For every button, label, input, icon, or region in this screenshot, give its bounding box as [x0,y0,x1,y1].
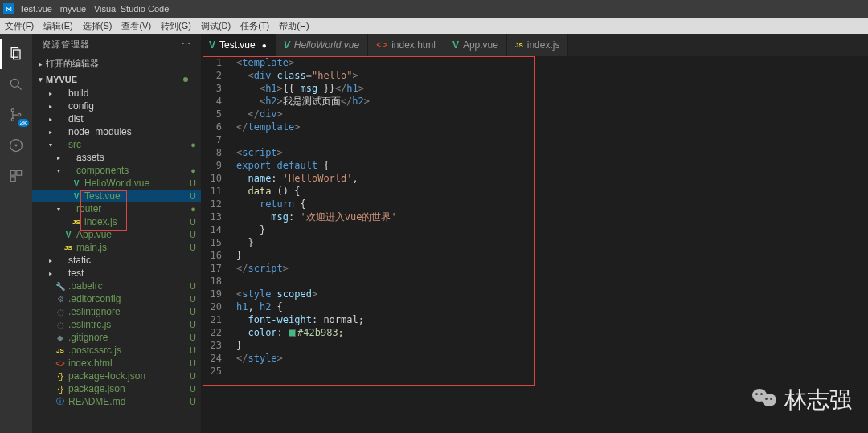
twistie-icon: ▾ [55,167,63,174]
code-line[interactable]: <template> [236,56,868,69]
tree-item[interactable]: ▸test [32,267,201,280]
code-line[interactable]: } [236,249,868,262]
twistie-icon: ▾ [55,206,63,213]
tree-item-label: package.json [68,383,125,394]
tree-item[interactable]: JSmain.jsU [32,241,201,254]
git-status-badge: ● [190,165,196,175]
tree-item[interactable]: ▸config [32,100,201,112]
tree-item[interactable]: ⚙.editorconfigU [32,292,201,305]
tree-item[interactable]: 🔧.babelrcU [32,280,201,292]
vue-file-icon: V [452,39,459,51]
scm-badge: 2k [18,119,29,127]
code-line[interactable]: </template> [236,121,868,133]
git-status-badge: U [190,294,196,304]
tree-item[interactable]: VHelloWorld.vueU [32,177,201,190]
tree-item[interactable]: {}package.jsonU [32,382,201,395]
section-open-editors[interactable]: ▸打开的编辑器 [32,55,201,72]
activity-explorer[interactable] [0,39,32,69]
svg-rect-0 [11,48,18,58]
activity-scm[interactable]: 2k [0,100,32,130]
tree-item[interactable]: ▸assets [32,151,201,164]
editor-tab[interactable]: VHelloWorld.vue [276,34,368,56]
tree-item[interactable]: <>index.htmlU [32,357,201,370]
code-line[interactable]: name: 'HelloWorld', [236,172,868,185]
html-file-icon: <> [376,39,387,51]
code-line[interactable]: <h2>我是测试页面</h2> [236,95,868,108]
line-number: 16 [201,249,222,262]
twistie-icon: ▸ [47,116,55,123]
tree-item[interactable]: {}package-lock.jsonU [32,370,201,382]
menu-item[interactable]: 查看(V) [117,18,156,34]
code-line[interactable]: </script> [236,262,868,275]
wechat-icon [749,389,778,411]
tab-label: App.vue [463,39,498,51]
tree-item[interactable]: ◌.eslintignoreU [32,305,201,318]
tree-item[interactable]: ▾components● [32,164,201,177]
tree-item-label: .babelrc [68,280,103,292]
tree-item[interactable]: VTest.vueU [32,190,201,202]
tree-item[interactable]: ▸build [32,87,201,100]
code-line[interactable] [236,275,868,288]
editor-tab[interactable]: <>index.html [368,34,444,56]
menu-item[interactable]: 文件(F) [0,18,39,34]
activity-extensions[interactable] [0,161,32,191]
watermark: 林志强 [749,385,852,415]
menu-item[interactable]: 转到(G) [156,18,196,34]
tree-item[interactable]: ▸static [32,254,201,267]
activity-bar: 2k [0,34,32,433]
code-line[interactable] [236,133,868,146]
twistie-icon: ▸ [47,270,55,277]
code-line[interactable]: <style scoped> [236,288,868,300]
code-line[interactable]: } [236,339,868,352]
tree-item[interactable]: ▾src● [32,138,201,151]
line-number: 4 [201,95,222,108]
menu-item[interactable]: 帮助(H) [274,18,313,34]
tree-item[interactable]: ▸node_modules [32,125,201,138]
code-line[interactable] [236,365,868,378]
code-line[interactable]: } [236,223,868,236]
tree-item[interactable]: JS.postcssrc.jsU [32,344,201,357]
tree-item[interactable]: JSindex.jsU [32,215,201,228]
window-title: Test.vue - myvue - Visual Studio Code [19,4,169,14]
code-line[interactable]: <script> [236,146,868,159]
section-project[interactable]: ▾MYVUE [32,72,201,87]
activity-debug[interactable] [0,130,32,161]
tree-item[interactable]: ◆.gitignoreU [32,331,201,344]
code-line[interactable]: h1, h2 { [236,300,868,313]
code-line[interactable]: </div> [236,108,868,121]
line-number: 24 [201,352,222,365]
code-line[interactable]: <div class="hello"> [236,69,868,82]
code-line[interactable]: return { [236,198,868,210]
code-line[interactable]: msg: '欢迎进入vue的世界' [236,210,868,223]
git-status-badge: U [190,371,196,381]
code-line[interactable]: font-weight: normal; [236,313,868,326]
tree-item[interactable]: VApp.vueU [32,228,201,241]
tree-item[interactable]: ▾router● [32,202,201,215]
menu-item[interactable]: 任务(T) [235,18,274,34]
editor-tabs: VTest.vueVHelloWorld.vue<>index.htmlVApp… [201,34,868,56]
svg-rect-11 [10,177,15,182]
code-line[interactable]: } [236,236,868,249]
activity-search[interactable] [0,69,32,100]
code-line[interactable]: data () { [236,185,868,198]
git-changes-indicator-icon [183,77,188,82]
code-line[interactable]: export default { [236,159,868,172]
code-line[interactable]: </style> [236,352,868,365]
editor-tab[interactable]: JSindex.js [507,34,568,56]
tree-item-label: .editorconfig [68,293,121,304]
code-line[interactable]: <h1>{{ msg }}</h1> [236,82,868,95]
editor-tab[interactable]: VApp.vue [444,34,507,56]
tree-item[interactable]: ◌.eslintrc.jsU [32,318,201,331]
code-content[interactable]: <template> <div class="hello"> <h1>{{ ms… [230,56,868,433]
svg-point-5 [11,118,14,121]
tree-item-label: dist [68,113,84,125]
tree-item[interactable]: ⓘREADME.mdU [32,395,201,408]
menu-item[interactable]: 选择(S) [78,18,117,34]
code-line[interactable]: color: #42b983; [236,326,868,339]
sidebar-more-icon[interactable]: ⋯ [182,39,191,50]
menu-item[interactable]: 编辑(E) [39,18,78,34]
editor-tab[interactable]: VTest.vue [201,34,276,56]
menu-item[interactable]: 调试(D) [196,18,235,34]
tree-item[interactable]: ▸dist [32,112,201,125]
tree-item-label: assets [76,152,104,163]
